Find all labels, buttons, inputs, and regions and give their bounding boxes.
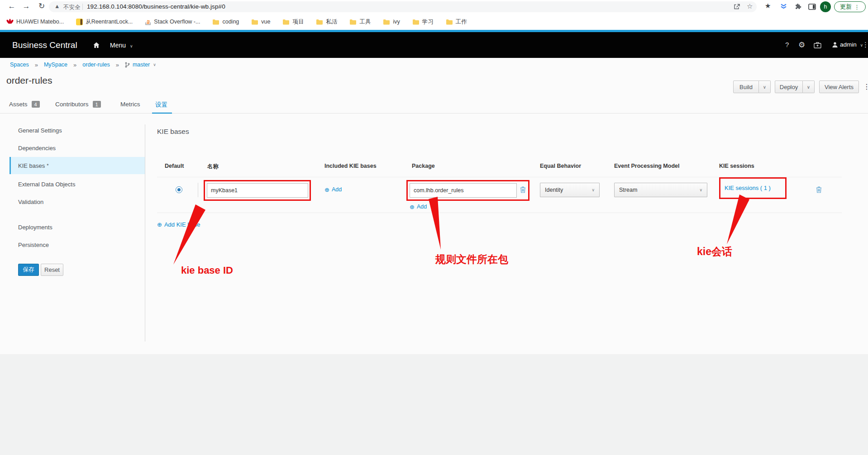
stackoverflow-icon [145, 18, 151, 25]
home-icon[interactable] [93, 42, 100, 48]
row-separator [198, 183, 198, 197]
add-package-link[interactable]: ⊕ Add [410, 204, 427, 210]
extension-star-icon[interactable]: ★ [765, 2, 771, 10]
menu-dropdown[interactable]: Menu ∨ [110, 42, 133, 49]
chrome-update-button[interactable]: 更新 ⋮ [834, 1, 866, 12]
default-radio[interactable] [176, 186, 182, 193]
scholar-extension-icon[interactable] [780, 4, 787, 9]
active-tab-underline [152, 113, 172, 114]
page-title: order-rules [6, 75, 52, 86]
sidebar-item-validation[interactable]: Validation [18, 199, 43, 205]
help-icon[interactable]: ? [785, 41, 789, 48]
circle-plus-icon: ⊕ [157, 222, 162, 228]
bookmark-folder-project[interactable]: 项目 [282, 18, 304, 26]
kie-base-name-input[interactable] [207, 183, 308, 198]
col-header-included: Included KIE bases [324, 163, 377, 169]
reset-button[interactable]: Reset [41, 264, 63, 276]
col-header-default: Default [165, 163, 184, 169]
sidebar-divider [145, 124, 145, 341]
side-panel-icon[interactable] [808, 4, 816, 10]
masthead-kebab-icon[interactable]: ⋮ [862, 41, 868, 49]
tab-metrics[interactable]: Metrics [120, 101, 140, 108]
kie-sessions-link[interactable]: KIE sessions ( 1 ) [725, 185, 771, 191]
toolkit-icon[interactable] [814, 42, 821, 48]
tab-contributors[interactable]: Contributors 1 [55, 101, 101, 108]
sidebar-item-persistence[interactable]: Persistence [18, 242, 49, 248]
bookmark-star-icon[interactable]: ☆ [747, 2, 753, 10]
folder-icon [251, 19, 258, 25]
delete-kie-base-trash-icon[interactable] [816, 186, 822, 193]
annotation-name-note: kie base ID [181, 265, 233, 276]
bookmarks-bar: HUAWEI Matebo... 从ReentrantLock... Stack… [0, 14, 868, 30]
view-alerts-button[interactable]: View Alerts [819, 81, 859, 93]
assets-count-badge: 4 [32, 101, 40, 108]
col-header-equal-behavior: Equal Behavior [540, 163, 581, 169]
unsaved-indicator: * [47, 163, 48, 168]
contributors-count-badge: 1 [93, 101, 101, 108]
sidebar-item-general-settings[interactable]: General Settings [18, 127, 62, 134]
browser-profile-avatar[interactable]: h [820, 1, 831, 12]
breadcrumb-spaces[interactable]: Spaces [10, 62, 29, 68]
package-input[interactable] [410, 183, 517, 198]
chevron-down-icon[interactable]: ∨ [153, 62, 156, 67]
sidebar-item-dependencies[interactable]: Dependencies [18, 145, 56, 152]
save-button[interactable]: 保存 [18, 264, 39, 276]
branch-selector[interactable]: master [133, 62, 150, 68]
sidebar-item-external-data-objects[interactable]: External Data Objects [18, 181, 75, 188]
bookmark-folder-vue[interactable]: vue [251, 19, 270, 25]
bookmark-folder-ivy[interactable]: ivy [383, 19, 400, 25]
delete-package-trash-icon[interactable] [520, 186, 526, 193]
bookmark-folder-coding[interactable]: coding [212, 19, 239, 25]
tab-settings[interactable]: 设置 [155, 101, 167, 109]
chevron-down-icon: ∨ [130, 44, 133, 48]
circle-plus-icon: ⊕ [410, 204, 415, 210]
bookmark-folder-work[interactable]: 工作 [446, 18, 467, 26]
browser-menu-kebab-icon[interactable]: ⋮ [854, 4, 860, 10]
warning-icon[interactable]: ▲ [54, 3, 60, 9]
url-text[interactable]: 192.168.0.104:8080/business-central/kie-… [87, 3, 225, 10]
add-included-kie-base-link[interactable]: ⊕ Add [324, 186, 342, 193]
breadcrumb-project[interactable]: order-rules [82, 62, 110, 68]
share-icon[interactable] [733, 3, 740, 10]
security-label[interactable]: 不安全 [63, 4, 81, 11]
extensions-puzzle-icon[interactable] [795, 3, 802, 10]
equal-behavior-select[interactable]: Identity ∨ [540, 183, 600, 197]
sidebar-item-deployments[interactable]: Deployments [18, 224, 52, 231]
gear-icon[interactable]: ⚙ [798, 40, 805, 50]
folder-icon [282, 19, 290, 25]
bookmark-folder-tools[interactable]: 工具 [349, 18, 371, 26]
bookmark-reentrantlock[interactable]: 从ReentrantLock... [76, 18, 133, 26]
back-icon[interactable]: ← [6, 1, 17, 12]
tab-assets[interactable]: Assets 4 [9, 101, 40, 108]
chevron-down-icon: ∨ [591, 188, 595, 192]
project-tabs: Assets 4 Contributors 1 Metrics 设置 [0, 95, 868, 114]
brand-title: Business Central [12, 32, 77, 58]
screen: ← → ↻ ▲ 不安全 192.168.0.104:8080/business-… [0, 0, 868, 455]
deploy-caret-button[interactable]: ∨ [803, 81, 815, 93]
col-header-name: 名称 [207, 163, 219, 171]
forward-icon[interactable]: → [21, 1, 32, 12]
bookmark-huawei[interactable]: HUAWEI Matebo... [6, 19, 64, 25]
bookmark-folder-sideline[interactable]: 私活 [316, 18, 337, 26]
sidebar-item-kie-bases[interactable]: KIE bases * [10, 157, 145, 174]
build-button[interactable]: Build [733, 81, 759, 93]
build-caret-button[interactable]: ∨ [759, 81, 771, 93]
section-heading: KIE bases [157, 128, 189, 136]
user-icon [832, 42, 838, 48]
annotation-sessions-note: kie会话 [697, 245, 732, 259]
folder-icon [446, 19, 453, 25]
annotation-package-note: 规则文件所在包 [435, 252, 508, 266]
folder-icon [212, 19, 219, 25]
reload-icon[interactable]: ↻ [36, 1, 47, 12]
circle-plus-icon: ⊕ [324, 187, 329, 193]
bookmark-folder-study[interactable]: 学习 [412, 18, 434, 26]
deploy-button[interactable]: Deploy [775, 81, 803, 93]
title-kebab-icon[interactable]: ⋮ [863, 82, 868, 91]
table-row-divider [157, 213, 842, 213]
breadcrumb-myspace[interactable]: MySpace [44, 62, 67, 68]
user-dropdown[interactable]: admin ∨ [840, 41, 863, 48]
add-kie-base-link[interactable]: ⊕ Add KIE base [157, 221, 200, 228]
event-processing-model-select[interactable]: Stream ∨ [614, 183, 707, 197]
bookmark-stackoverflow[interactable]: Stack Overflow -... [145, 18, 200, 25]
folder-icon [316, 19, 323, 25]
